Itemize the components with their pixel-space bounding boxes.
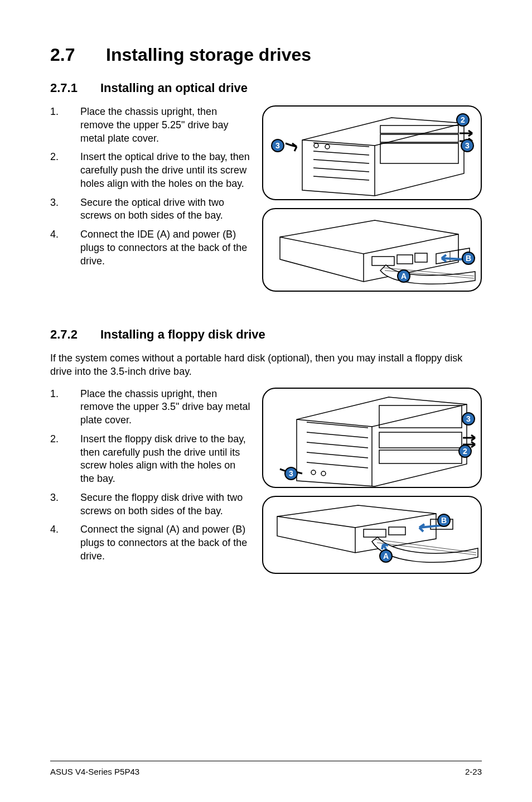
step-text: Connect the signal (A) and power (B) plu… bbox=[80, 523, 252, 563]
step-number: 4. bbox=[50, 523, 80, 563]
subsection-heading-text: Installing a floppy disk drive bbox=[100, 327, 265, 341]
list-item: 1.Place the chassis upright, then remove… bbox=[50, 105, 252, 145]
callout-3-left: 3 bbox=[271, 139, 284, 152]
svg-point-12 bbox=[321, 471, 326, 476]
svg-point-3 bbox=[314, 143, 318, 148]
list-item: 2.Insert the optical drive to the bay, t… bbox=[50, 151, 252, 190]
list-item: 4.Connect the signal (A) and power (B) p… bbox=[50, 523, 252, 563]
section-title: 2.7Installing storage drives bbox=[50, 45, 482, 65]
step-text: Secure the floppy disk drive with two sc… bbox=[80, 491, 252, 518]
step-text: Insert the floppy disk drive to the bay,… bbox=[80, 433, 252, 486]
callout-3-left: 3 bbox=[284, 467, 298, 480]
list-item: 4.Connect the IDE (A) and power (B) plug… bbox=[50, 228, 252, 268]
svg-rect-10 bbox=[379, 450, 462, 463]
step-text: Secure the optical drive with two screws… bbox=[80, 196, 252, 223]
callout-a: A bbox=[397, 269, 410, 283]
figure-optical-install: 2 3 3 bbox=[262, 105, 482, 200]
svg-rect-6 bbox=[397, 255, 413, 264]
subsection-2-7-1-title: 2.7.1Installing an optical drive bbox=[50, 81, 482, 95]
svg-rect-7 bbox=[415, 253, 427, 262]
page-footer: ASUS V4-Series P5P43 2-23 bbox=[50, 761, 482, 776]
figure-floppy-cables: A B bbox=[262, 496, 482, 574]
step-text: Connect the IDE (A) and power (B) plugs … bbox=[80, 228, 252, 268]
step-text: Insert the optical drive to the bay, the… bbox=[80, 151, 252, 190]
subsection-number: 2.7.2 bbox=[50, 327, 100, 342]
step-number: 2. bbox=[50, 433, 80, 486]
section-number: 2.7 bbox=[50, 45, 106, 65]
svg-point-11 bbox=[311, 470, 316, 475]
subsection-heading-text: Installing an optical drive bbox=[100, 81, 248, 95]
footer-right: 2-23 bbox=[465, 767, 482, 776]
callout-3-right: 3 bbox=[461, 139, 474, 152]
list-item: 1.Place the chassis upright, then remove… bbox=[50, 388, 252, 427]
callout-b: B bbox=[437, 514, 451, 527]
steps-list-optical: 1.Place the chassis upright, then remove… bbox=[50, 105, 252, 268]
callout-2: 2 bbox=[456, 113, 470, 127]
step-number: 4. bbox=[50, 228, 80, 268]
step-number: 2. bbox=[50, 151, 80, 190]
subsection-2-7-2-title: 2.7.2Installing a floppy disk drive bbox=[50, 327, 482, 342]
svg-point-4 bbox=[325, 144, 330, 149]
svg-rect-13 bbox=[364, 529, 386, 537]
step-number: 1. bbox=[50, 388, 80, 427]
step-number: 3. bbox=[50, 196, 80, 223]
callout-2: 2 bbox=[458, 445, 472, 458]
callout-3-right: 3 bbox=[462, 412, 475, 426]
svg-rect-9 bbox=[379, 432, 462, 448]
svg-rect-14 bbox=[389, 527, 405, 535]
callout-a: A bbox=[379, 549, 393, 563]
step-text: Place the chassis upright, then remove t… bbox=[80, 388, 252, 427]
svg-rect-0 bbox=[380, 125, 458, 133]
step-text: Place the chassis upright, then remove t… bbox=[80, 105, 252, 145]
subsection-number: 2.7.1 bbox=[50, 81, 100, 95]
callout-b: B bbox=[462, 252, 475, 265]
svg-rect-2 bbox=[380, 143, 458, 163]
figure-optical-cables: A B bbox=[262, 208, 482, 292]
list-item: 2.Insert the floppy disk drive to the ba… bbox=[50, 433, 252, 486]
steps-list-floppy: 1.Place the chassis upright, then remove… bbox=[50, 388, 252, 563]
intro-paragraph: If the system comes without a portable h… bbox=[50, 352, 482, 379]
list-item: 3.Secure the floppy disk drive with two … bbox=[50, 491, 252, 518]
section-heading-text: Installing storage drives bbox=[106, 45, 311, 65]
step-number: 3. bbox=[50, 491, 80, 518]
figure-floppy-install: 3 2 3 bbox=[262, 388, 482, 488]
step-number: 1. bbox=[50, 105, 80, 145]
svg-rect-5 bbox=[372, 257, 394, 265]
footer-left: ASUS V4-Series P5P43 bbox=[50, 767, 139, 776]
list-item: 3.Secure the optical drive with two scre… bbox=[50, 196, 252, 223]
